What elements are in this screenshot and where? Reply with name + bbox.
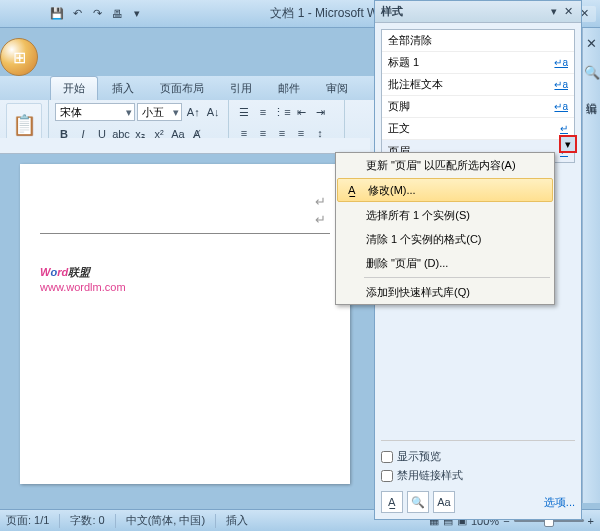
- separator: [115, 514, 116, 528]
- undo-icon[interactable]: ↶: [68, 5, 86, 23]
- styles-pane-header[interactable]: 样式 ▾ ✕: [375, 1, 581, 23]
- bullets-button[interactable]: ☰: [235, 103, 253, 121]
- redo-icon[interactable]: ↷: [88, 5, 106, 23]
- increase-indent-button[interactable]: ⇥: [311, 103, 329, 121]
- styles-pane-close-icon[interactable]: ✕: [561, 5, 575, 19]
- separator: [215, 514, 216, 528]
- tab-review[interactable]: 审阅: [314, 77, 360, 100]
- menu-label: 修改(M)...: [368, 183, 416, 198]
- status-words[interactable]: 字数: 0: [70, 513, 104, 528]
- font-name-select[interactable]: 宋体: [55, 103, 135, 121]
- manage-styles-button[interactable]: Aa: [433, 491, 455, 513]
- menu-label: 添加到快速样式库(Q): [366, 285, 470, 300]
- menu-separator: [364, 277, 550, 278]
- new-style-button[interactable]: A̲: [381, 491, 403, 513]
- paragraph-mark-icon: ↵: [315, 212, 326, 227]
- separator: [59, 514, 60, 528]
- rail-find-icon[interactable]: 🔍: [584, 65, 600, 80]
- menu-label: 选择所有 1 个实例(S): [366, 208, 470, 223]
- modify-icon: A̲: [344, 184, 360, 197]
- menu-modify[interactable]: A̲修改(M)...: [337, 178, 553, 202]
- print-icon[interactable]: 🖶: [108, 5, 126, 23]
- checkbox-input[interactable]: [381, 451, 393, 463]
- document-area: ↵ ↵ ↵ Word联盟 www.wordlm.com: [0, 138, 370, 493]
- shrink-font-button[interactable]: A↓: [204, 103, 222, 121]
- tab-insert[interactable]: 插入: [100, 77, 146, 100]
- multilevel-button[interactable]: ⋮≡: [273, 103, 291, 121]
- office-button[interactable]: ⊞: [0, 38, 38, 76]
- tab-mailings[interactable]: 邮件: [266, 77, 312, 100]
- menu-add-quick[interactable]: 添加到快速样式库(Q): [336, 280, 554, 304]
- disable-linked-checkbox[interactable]: 禁用链接样式: [381, 466, 575, 485]
- style-name: 标题 1: [388, 55, 419, 70]
- document-page[interactable]: ↵ ↵ ↵ Word联盟 www.wordlm.com: [20, 164, 350, 484]
- style-item-comment[interactable]: 批注框文本↵a: [382, 74, 574, 96]
- watermark-text: rd: [57, 266, 68, 278]
- menu-update-match[interactable]: 更新 "页眉" 以匹配所选内容(A): [336, 153, 554, 177]
- quick-access-toolbar: 💾 ↶ ↷ 🖶 ▾: [48, 5, 146, 23]
- right-rail: ✕ 🔍 编辑: [582, 28, 600, 503]
- status-lang[interactable]: 中文(简体, 中国): [126, 513, 205, 528]
- style-item-normal[interactable]: 正文↵: [382, 118, 574, 140]
- status-mode[interactable]: 插入: [226, 513, 248, 528]
- style-badge: ↵a: [554, 57, 568, 68]
- menu-label: 删除 "页眉" (D)...: [366, 256, 448, 271]
- checkbox-label: 显示预览: [397, 449, 441, 464]
- menu-label: 清除 1 个实例的格式(C): [366, 232, 482, 247]
- zoom-in-button[interactable]: +: [588, 515, 594, 527]
- numbering-button[interactable]: ≡: [254, 103, 272, 121]
- style-name: 正文: [388, 121, 410, 136]
- style-context-menu: 更新 "页眉" 以匹配所选内容(A) A̲修改(M)... 选择所有 1 个实例…: [335, 152, 555, 305]
- style-badge: ↵: [560, 123, 568, 134]
- menu-label: 更新 "页眉" 以匹配所选内容(A): [366, 158, 516, 173]
- font-size-select[interactable]: 小五: [137, 103, 183, 121]
- style-item-footer[interactable]: 页脚↵a: [382, 96, 574, 118]
- menu-select-all[interactable]: 选择所有 1 个实例(S): [336, 203, 554, 227]
- paragraph-mark-icon: ↵: [315, 194, 326, 209]
- decrease-indent-button[interactable]: ⇤: [292, 103, 310, 121]
- tab-home[interactable]: 开始: [50, 76, 98, 100]
- tab-references[interactable]: 引用: [218, 77, 264, 100]
- style-badge: ↵a: [554, 79, 568, 90]
- menu-delete[interactable]: 删除 "页眉" (D)...: [336, 251, 554, 275]
- rail-close-icon[interactable]: ✕: [586, 36, 597, 51]
- status-page[interactable]: 页面: 1/1: [6, 513, 49, 528]
- styles-pane-dropdown-icon[interactable]: ▾: [547, 5, 561, 19]
- style-badge: ↵a: [554, 101, 568, 112]
- watermark: Word联盟 www.wordlm.com: [40, 260, 330, 293]
- tab-layout[interactable]: 页面布局: [148, 77, 216, 100]
- clipboard-icon: 📋: [12, 113, 37, 137]
- style-name: 批注框文本: [388, 77, 443, 92]
- watermark-text: W: [40, 266, 50, 278]
- styles-pane-footer: 显示预览 禁用链接样式 A̲ 🔍 Aa 选项...: [381, 440, 575, 513]
- watermark-url: www.wordlm.com: [40, 281, 126, 293]
- style-name: 页脚: [388, 99, 410, 114]
- watermark-text: 联盟: [68, 266, 90, 278]
- style-item-clear[interactable]: 全部清除: [382, 30, 574, 52]
- styles-list: 全部清除 标题 1↵a 批注框文本↵a 页脚↵a 正文↵ 页眉↵: [381, 29, 575, 163]
- header-region[interactable]: ↵ ↵: [40, 194, 330, 234]
- qat-more-icon[interactable]: ▾: [128, 5, 146, 23]
- checkbox-input[interactable]: [381, 470, 393, 482]
- style-item-heading1[interactable]: 标题 1↵a: [382, 52, 574, 74]
- styles-options-link[interactable]: 选项...: [544, 495, 575, 510]
- ruler[interactable]: [0, 138, 370, 154]
- styles-pane-title: 样式: [381, 4, 547, 19]
- show-preview-checkbox[interactable]: 显示预览: [381, 447, 575, 466]
- style-inspector-button[interactable]: 🔍: [407, 491, 429, 513]
- menu-clear-format[interactable]: 清除 1 个实例的格式(C): [336, 227, 554, 251]
- grow-font-button[interactable]: A↑: [184, 103, 202, 121]
- style-dropdown-button[interactable]: ▾: [559, 135, 577, 153]
- checkbox-label: 禁用链接样式: [397, 468, 463, 483]
- chevron-down-icon: ▾: [565, 138, 571, 151]
- style-name: 全部清除: [388, 33, 432, 48]
- save-icon[interactable]: 💾: [48, 5, 66, 23]
